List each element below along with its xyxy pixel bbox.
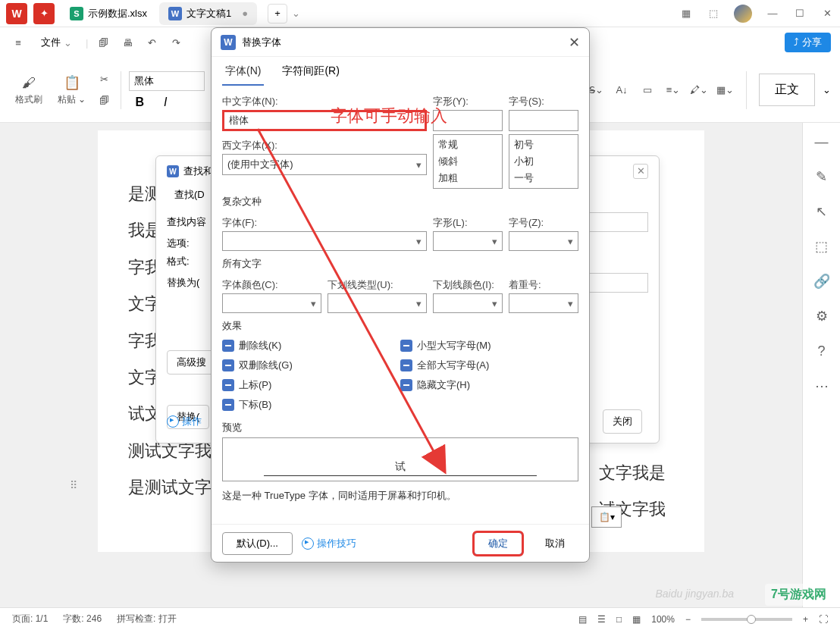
apps-icon[interactable]: ▦: [679, 7, 693, 20]
view-mode-icon[interactable]: ▤: [578, 614, 587, 625]
print-icon[interactable]: 🖶: [118, 33, 136, 52]
complex-size-label: 字号(Z):: [509, 216, 578, 230]
bold-button[interactable]: B: [129, 96, 150, 109]
effect-hidden[interactable]: 隐藏文字(H): [400, 375, 578, 395]
tips-link[interactable]: 操作技巧: [302, 537, 356, 550]
menu-icon[interactable]: ≡: [9, 33, 27, 52]
copy-icon[interactable]: 🗐: [95, 92, 113, 110]
tabs-dropdown-icon[interactable]: ⌄: [292, 8, 300, 19]
font-color-select[interactable]: [222, 293, 321, 313]
tab-document[interactable]: W 文字文稿1 ●: [159, 2, 257, 25]
right-sidebar: — ✎ ↖ ⬚ 🔗 ⚙ ? ⋯: [802, 123, 840, 607]
fr-close-button-bottom[interactable]: 关闭: [603, 409, 642, 434]
close-window-button[interactable]: ✕: [820, 7, 834, 20]
link-icon[interactable]: 🔗: [813, 273, 830, 290]
preview-box: 试: [222, 437, 578, 481]
zoom-in-button[interactable]: +: [803, 614, 808, 625]
pencil-icon[interactable]: ✎: [813, 168, 830, 185]
line-spacing-icon[interactable]: ≡⌄: [664, 81, 682, 99]
size-label: 字号(S):: [509, 95, 578, 108]
view-mode-icon[interactable]: ☰: [597, 614, 606, 625]
wps-shield-icon: ✦: [33, 3, 55, 24]
spellcheck-status[interactable]: 拼写检查: 打开: [117, 613, 177, 625]
minimize-button[interactable]: —: [766, 7, 779, 20]
paste-tool[interactable]: 📋 粘贴 ⌄: [52, 71, 92, 109]
cut-icon[interactable]: ✂: [95, 71, 113, 89]
style-normal[interactable]: 正文: [759, 74, 815, 106]
style-listbox[interactable]: 常规 倾斜 加粗: [433, 134, 503, 189]
undo-icon[interactable]: ↶: [143, 33, 161, 52]
cube-icon[interactable]: ⬚: [707, 7, 720, 20]
cursor-icon[interactable]: ↖: [813, 203, 830, 220]
view-mode-icon[interactable]: □: [616, 614, 622, 625]
effects-section-title: 效果: [222, 319, 578, 333]
border-icon[interactable]: ▦⌄: [716, 81, 734, 99]
format-painter-tool[interactable]: 🖌 格式刷: [9, 71, 49, 109]
view-mode-icon[interactable]: ▦: [632, 614, 641, 625]
highlight-icon[interactable]: 🖍⌄: [690, 81, 708, 99]
effect-strikethrough[interactable]: 删除线(K): [222, 336, 400, 356]
complex-style-select[interactable]: [433, 231, 503, 251]
effect-smallcaps[interactable]: 小型大写字母(M): [400, 336, 578, 356]
style-dropdown-icon[interactable]: ⌄: [823, 84, 831, 96]
new-tab-button[interactable]: +: [268, 4, 287, 24]
tab-dot-icon[interactable]: ●: [242, 8, 248, 19]
drag-handle-icon[interactable]: ⠿: [70, 479, 77, 491]
checkbox-icon: [222, 340, 234, 352]
page-indicator[interactable]: 页面: 1/1: [12, 613, 48, 625]
tab-spacing[interactable]: 字符间距(R): [279, 61, 342, 86]
divider: [746, 71, 747, 109]
dialog-title: 替换字体: [242, 36, 281, 49]
statusbar: 页面: 1/1 字数: 246 拼写检查: 打开 ▤ ☰ □ ▦ 100% − …: [0, 607, 840, 630]
default-button[interactable]: 默认(D)...: [222, 532, 293, 555]
maximize-button[interactable]: ☐: [793, 7, 807, 20]
zoom-value[interactable]: 100%: [651, 614, 675, 625]
effect-allcaps[interactable]: 全部大写字母(A): [400, 356, 578, 375]
fr-close-button[interactable]: ✕: [633, 164, 648, 179]
effect-subscript[interactable]: 下标(B): [222, 395, 400, 415]
share-button[interactable]: ⤴ 分享: [785, 33, 831, 52]
ok-button[interactable]: 确定: [474, 532, 522, 555]
fullscreen-icon[interactable]: ⛶: [819, 614, 828, 625]
zoom-out-button[interactable]: −: [685, 614, 691, 625]
effect-double-strike[interactable]: 双删除线(G): [222, 356, 400, 375]
western-font-label: 西文字体(X):: [222, 139, 427, 152]
underline-color-label: 下划线颜色(I):: [433, 278, 503, 292]
dialog-close-button[interactable]: ✕: [569, 34, 580, 51]
more-icon[interactable]: ⋯: [813, 378, 830, 394]
sort-icon[interactable]: A↓: [613, 81, 631, 99]
underline-color-select[interactable]: [433, 293, 503, 313]
emphasis-select[interactable]: [509, 293, 578, 313]
size-listbox[interactable]: 初号 小初 一号: [509, 134, 578, 189]
tab-font[interactable]: 字体(N): [222, 61, 264, 86]
save-icon[interactable]: 🗐: [94, 33, 112, 52]
size-input[interactable]: [509, 110, 578, 131]
tools-icon[interactable]: ⚙: [813, 308, 830, 324]
word-count[interactable]: 字数: 246: [63, 613, 102, 625]
paste-options-button[interactable]: 📋▾: [591, 506, 622, 528]
redo-icon[interactable]: ↷: [167, 33, 185, 52]
underline-type-select[interactable]: [328, 293, 427, 313]
cancel-button[interactable]: 取消: [531, 532, 578, 555]
file-menu[interactable]: 文件 ⌄: [33, 33, 80, 52]
fr-tips-link[interactable]: 操作: [167, 415, 202, 428]
complex-font-select[interactable]: [222, 231, 427, 251]
collapse-icon[interactable]: —: [813, 133, 830, 150]
complex-font-label: 字体(F):: [222, 216, 427, 230]
format-painter-icon: 🖌: [20, 74, 38, 92]
zoom-slider[interactable]: [701, 618, 792, 621]
checkbox-icon: [222, 399, 234, 411]
tab-spreadsheet[interactable]: S 示例数据.xlsx: [61, 2, 156, 25]
complex-size-select[interactable]: [509, 231, 578, 251]
user-avatar[interactable]: [734, 5, 752, 23]
fr-title-text: 查找和: [183, 165, 213, 178]
font-color-label: 字体颜色(C):: [222, 278, 321, 292]
effect-superscript[interactable]: 上标(P): [222, 375, 400, 395]
fr-advanced-button[interactable]: 高级搜: [167, 350, 216, 375]
font-family-select[interactable]: 黑体: [129, 71, 205, 91]
italic-button[interactable]: I: [155, 96, 176, 109]
western-font-select[interactable]: (使用中文字体)▾: [222, 154, 427, 175]
ruler-icon[interactable]: ▭: [638, 81, 657, 99]
help-icon[interactable]: ?: [813, 343, 830, 359]
select-icon[interactable]: ⬚: [813, 238, 830, 255]
